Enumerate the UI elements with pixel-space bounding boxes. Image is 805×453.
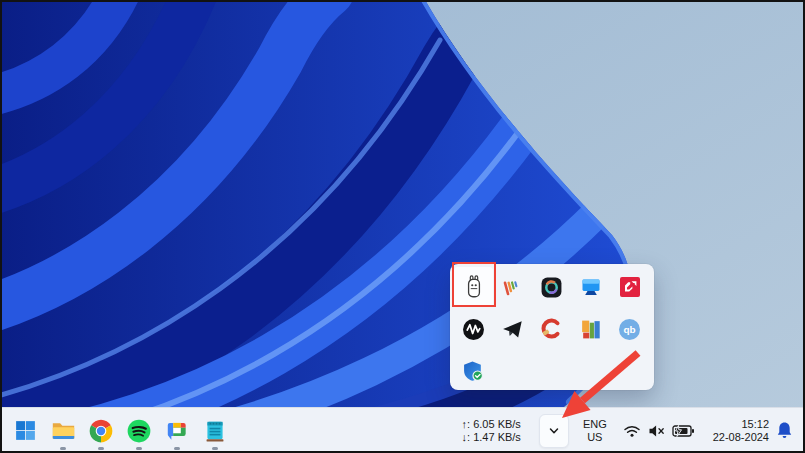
amd-radeon-icon [619,276,641,298]
taskbar-app-google-chat[interactable] [158,411,196,451]
chevron-down-icon [547,424,561,438]
qbittorrent-icon: qb [618,318,641,341]
running-indicator [174,447,180,450]
tray-icon-telegram[interactable] [493,309,532,349]
tray-icon-windows-security[interactable] [454,351,493,391]
notepad-icon [202,418,228,444]
telegram-icon [501,318,524,341]
tray-icon-tuneup-blocks[interactable] [571,309,610,349]
tray-icon-amd-radeon[interactable] [610,267,649,307]
tray-icon-ollama[interactable] [454,267,493,307]
tray-icon-dark-ring-app[interactable] [532,267,571,307]
language-region: US [583,431,607,444]
tray-icon-ccleaner[interactable] [532,309,571,349]
notification-bell-icon [776,421,793,440]
language-code: ENG [583,418,607,431]
desktop-wallpaper [0,0,805,453]
taskbar-app-notepad[interactable] [196,411,234,451]
tray-overflow-grid: qb [450,264,654,394]
file-explorer-icon [50,417,77,444]
taskbar-app-file-explorer[interactable] [44,411,82,451]
google-chat-icon [164,418,190,444]
clock[interactable]: 15:12 22-08-2024 [713,416,769,446]
tray-icon-qbittorrent[interactable]: qb [610,309,649,349]
net-speed-up: ↑: 6.05 KB/s [462,418,521,431]
tray-overflow-flyout: qb [450,264,654,390]
tray-icon-audio-waveform[interactable] [454,309,493,349]
clock-time: 15:12 [713,418,769,431]
windows-start-icon [13,418,38,443]
tray-icon-stripes-app[interactable] [493,267,532,307]
taskbar-app-chrome[interactable] [82,411,120,451]
volume-muted-icon [648,424,665,438]
start-button[interactable] [6,411,44,451]
tray-chevron-button[interactable] [539,414,569,448]
chrome-icon [88,418,114,444]
windows-security-icon [462,360,485,383]
running-indicator [212,447,218,450]
ollama-icon [461,274,487,300]
display-app-icon [579,275,603,299]
system-status-button[interactable] [621,421,697,440]
wifi-icon [623,423,641,438]
taskbar-tray-area: ↑: 6.05 KB/s ↓: 1.47 KB/s ENG US [462,408,805,453]
tray-icon-display-app[interactable] [571,267,610,307]
clock-date: 22-08-2024 [713,431,769,444]
ccleaner-icon [540,317,564,341]
taskbar-pinned-area [6,408,234,453]
dark-ring-app-icon [540,276,563,299]
qbittorrent-label: qb [623,324,635,335]
taskbar: ↑: 6.05 KB/s ↓: 1.47 KB/s ENG US [0,407,805,453]
stripes-app-icon [501,276,524,299]
language-switcher[interactable]: ENG US [579,416,611,446]
running-indicator [136,447,142,450]
spotify-icon [126,418,152,444]
battery-charging-icon [672,425,695,437]
taskbar-app-spotify[interactable] [120,411,158,451]
running-indicator [98,447,104,450]
net-speed-down: ↓: 1.47 KB/s [462,431,521,444]
net-speed-indicator[interactable]: ↑: 6.05 KB/s ↓: 1.47 KB/s [462,418,521,444]
notification-bell-button[interactable] [774,421,805,440]
audio-waveform-icon [462,318,485,341]
tuneup-blocks-icon [579,318,602,341]
running-indicator [60,447,66,450]
